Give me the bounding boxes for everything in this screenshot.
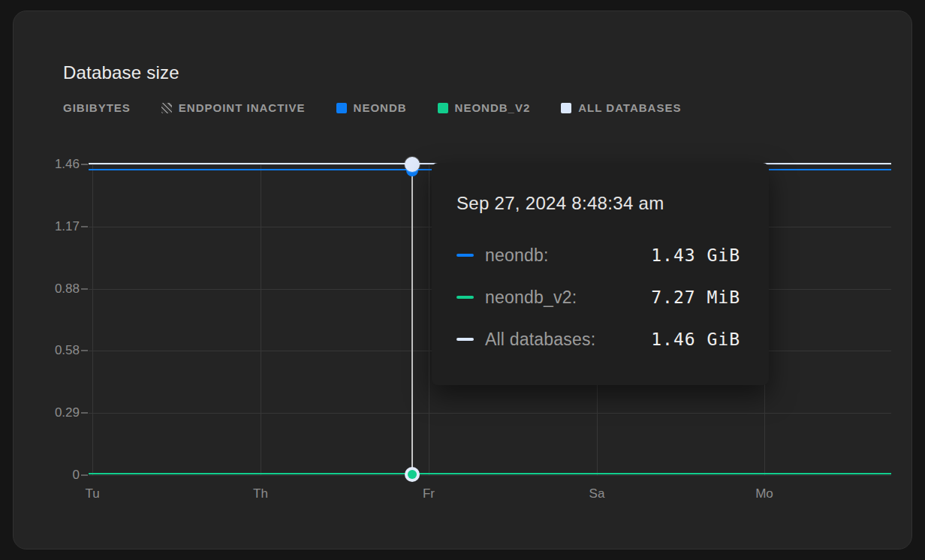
y-tick bbox=[81, 412, 88, 414]
tooltip-row: All databases: 1.46 GiB bbox=[456, 327, 740, 351]
legend-item-label: ENDPOINT INACTIVE bbox=[179, 101, 306, 114]
crosshair-point-neondb-v2 bbox=[408, 470, 417, 479]
tooltip-row: neondb_v2: 7.27 MiB bbox=[456, 285, 740, 309]
y-tick-label: 1.17 bbox=[33, 219, 80, 234]
y-tick bbox=[81, 474, 88, 476]
tooltip-row-label: neondb: bbox=[485, 245, 549, 266]
tooltip-row-value: 7.27 MiB bbox=[651, 288, 740, 307]
striped-swatch-icon bbox=[161, 103, 172, 113]
legend-item-label: NEONDB_V2 bbox=[455, 101, 531, 114]
database-size-card: Database size GIBIBYTES ENDPOINT INACTIV… bbox=[13, 11, 912, 549]
chart-title: Database size bbox=[63, 62, 179, 83]
legend-item-label: ALL DATABASES bbox=[578, 101, 681, 114]
y-tick bbox=[81, 226, 88, 227]
y-tick-label: 0.88 bbox=[33, 282, 80, 297]
y-tick-label: 0.58 bbox=[33, 343, 80, 358]
x-tick-label: Sa bbox=[574, 486, 619, 501]
crosshair-point-all-databases bbox=[405, 157, 420, 172]
y-tick-label: 0.29 bbox=[33, 405, 80, 420]
light-swatch-icon bbox=[561, 103, 571, 113]
tooltip-row-value: 1.46 GiB bbox=[651, 330, 740, 349]
legend-item-endpoint-inactive[interactable]: ENDPOINT INACTIVE bbox=[161, 101, 306, 114]
legend-item-neondb[interactable]: NEONDB bbox=[336, 101, 407, 114]
blue-swatch-icon bbox=[336, 103, 347, 113]
x-tick-label: Tu bbox=[70, 486, 115, 501]
chart-tooltip: Sep 27, 2024 8:48:34 am neondb: 1.43 GiB… bbox=[432, 163, 769, 385]
legend-item-neondb-v2[interactable]: NEONDB_V2 bbox=[438, 101, 531, 114]
series-line-neondb-v2 bbox=[89, 473, 891, 474]
y-tick bbox=[81, 164, 88, 165]
y-tick bbox=[81, 350, 88, 351]
x-tick-label: Fr bbox=[406, 486, 451, 501]
legend-item-label: NEONDB bbox=[354, 101, 407, 114]
legend: GIBIBYTES ENDPOINT INACTIVE NEONDB NEOND… bbox=[63, 101, 681, 114]
tooltip-timestamp: Sep 27, 2024 8:48:34 am bbox=[456, 193, 740, 213]
tooltip-row: neondb: 1.43 GiB bbox=[456, 243, 740, 267]
page: Database size GIBIBYTES ENDPOINT INACTIV… bbox=[0, 0, 925, 560]
y-tick bbox=[81, 288, 88, 290]
y-tick-label: 1.46 bbox=[33, 157, 80, 172]
unit-label: GIBIBYTES bbox=[63, 101, 131, 114]
unit-label-text: GIBIBYTES bbox=[63, 101, 131, 114]
neondb-v2-dash-icon bbox=[456, 296, 474, 299]
tooltip-row-label: All databases: bbox=[485, 330, 595, 350]
x-tick-label: Th bbox=[238, 486, 283, 501]
tooltip-row-value: 1.43 GiB bbox=[651, 245, 740, 265]
x-tick-label: Mo bbox=[742, 486, 787, 501]
y-tick-label: 0 bbox=[33, 468, 80, 483]
legend-item-all-databases[interactable]: ALL DATABASES bbox=[561, 101, 681, 114]
tooltip-row-label: neondb_v2: bbox=[485, 288, 577, 308]
green-swatch-icon bbox=[438, 103, 448, 113]
neondb-dash-icon bbox=[456, 254, 474, 257]
crosshair-line bbox=[411, 163, 413, 475]
all-databases-dash-icon bbox=[456, 338, 474, 341]
